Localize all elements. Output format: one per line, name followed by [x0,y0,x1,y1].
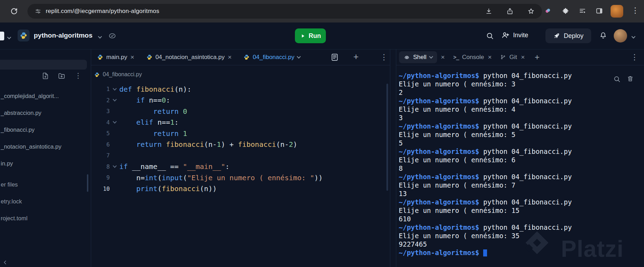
new-tab-icon[interactable]: + [353,51,359,62]
fold-chevron-icon[interactable] [110,122,119,123]
code-text: if n==0: [119,96,170,104]
tab-console[interactable]: >_ Console [453,54,484,61]
invite-button[interactable]: Invite [501,31,528,39]
code-line[interactable]: 4 elif n==1: [91,117,323,128]
dock-tools-icon[interactable] [2,259,8,266]
python-file-icon [97,54,103,60]
run-button[interactable]: Run [295,28,326,43]
file-list-secondary: er filesetry.lockroject.toml [0,176,89,227]
code-line[interactable]: 7 [91,150,323,161]
tab-shell[interactable]: Shell [399,51,437,63]
fold-chevron-icon[interactable] [110,89,119,90]
git-branch-icon [500,54,506,60]
browser-profile-avatar[interactable] [611,5,623,18]
tab-04-fibonacci-py[interactable]: 04_fibonacci.py [238,49,306,65]
sidebar-scrollbar[interactable] [87,174,88,192]
file-item[interactable]: _abstraccion.py [0,104,89,121]
new-folder-icon[interactable] [58,72,65,80]
file-preview-icon[interactable] [330,53,339,62]
chevron-down-icon[interactable] [631,34,635,38]
repl-python-icon[interactable] [18,30,30,41]
repl-status-icon[interactable] [108,32,117,40]
reading-list-icon[interactable] [579,7,586,15]
file-item[interactable]: etry.lock [0,193,89,210]
fold-chevron-icon[interactable] [110,99,119,101]
file-item[interactable]: er files [0,176,89,193]
tab-main-py[interactable]: main.py × [91,49,140,65]
user-avatar[interactable] [614,29,627,43]
terminal-search-icon[interactable] [613,75,621,83]
notifications-bell-icon[interactable] [599,31,607,40]
editor-tabbar-divider [91,65,390,65]
terminal-text: python 04_fibonacci.py [479,148,572,155]
chevron-down-icon[interactable] [297,54,301,58]
close-tab-icon[interactable]: × [488,53,492,61]
code-line[interactable]: 8if __name__ == "__main__": [91,161,323,172]
code-editor[interactable]: 1def fibonacci(n):2 if n==0:3 return 04 … [91,84,323,194]
sidebar-header-bar[interactable] [0,60,87,70]
files-menu-icon[interactable]: ⋮ [75,71,81,79]
terminal-prompt: ~/python-algoritmos$ [399,72,479,79]
close-tab-icon[interactable]: × [228,54,232,60]
editor-menu-icon[interactable]: ⋮ [380,53,388,62]
terminal-menu-icon[interactable]: ⋮ [631,53,638,62]
project-title[interactable]: python-algoritmos [34,32,93,39]
code-line[interactable]: 10 print(fibonacci(n)) [91,183,323,195]
search-icon[interactable] [486,32,494,40]
tab-git[interactable]: Git [500,54,517,61]
file-item[interactable]: _fibonacci.py [0,121,89,138]
bookmark-star-icon[interactable] [527,7,535,15]
extension-colored-icon[interactable] [544,7,552,15]
code-line[interactable]: 6 return fibonacci(n-1) + fibonacci(n-2) [91,139,323,150]
terminal-cursor[interactable] [483,249,487,256]
terminal-line: ~/python-algoritmos$ python 04_fibonacci… [399,172,572,181]
reload-icon[interactable] [10,7,18,15]
editor-scrollbar[interactable] [386,84,388,191]
close-tab-icon[interactable]: × [441,53,445,61]
code-line[interactable]: 9 n=int(input("Elije un numero ( ennésim… [91,172,323,183]
new-file-icon[interactable] [42,72,49,80]
extensions-puzzle-icon[interactable] [562,7,569,15]
terminal-line: Elije un numero ( ennésimo: 35 [399,232,572,240]
new-terminal-tab-icon[interactable]: + [535,52,539,62]
terminal-line: Elije un numero ( ennésimo: 5 [399,130,572,139]
file-item[interactable]: in.py [0,155,89,172]
terminal-prompt: ~/python-algoritmos$ [399,198,479,206]
code-text: elif n==1: [119,118,179,126]
terminal-trash-icon[interactable] [626,75,634,83]
side-panel-icon[interactable] [595,7,603,15]
download-icon[interactable] [485,7,493,15]
share-icon[interactable] [506,7,514,15]
terminal-line: ~/python-algoritmos$ python 04_fibonacci… [399,122,572,130]
close-tab-icon[interactable]: × [131,54,134,60]
terminal-tab-bar: Shell × >_ Console × Git × + [399,49,539,65]
terminal-line: 9227465 [399,240,572,248]
terminal-line: 2 [399,88,572,97]
file-item[interactable]: roject.toml [0,210,89,227]
close-tab-icon[interactable]: × [521,53,525,61]
terminal-left-divider[interactable] [396,49,396,267]
python-file-icon [244,54,250,60]
code-line[interactable]: 2 if n==0: [91,95,323,106]
code-line[interactable]: 3 return 0 [91,106,323,117]
code-line[interactable]: 5 return 1 [91,128,323,139]
terminal-text: Elije un numero ( ennésimo: 7 [399,181,516,189]
run-label: Run [309,32,321,40]
browser-menu-icon[interactable]: ⋮ [631,6,638,15]
site-settings-icon[interactable] [34,8,42,15]
terminal-text: python 04_fibonacci.py [479,72,572,79]
terminal-line: 13 [399,189,572,198]
chevron-down-icon[interactable] [7,35,11,39]
code-line[interactable]: 1def fibonacci(n): [91,84,323,95]
url-bar[interactable]: replit.com/@iecgerman/python-algoritmos [27,4,542,19]
line-number: 1 [91,86,110,92]
file-item[interactable]: _complejidad_algorit... [0,87,89,104]
tab-04-notacion-asintotica-py[interactable]: 04_notacion_asintotica.py × [140,49,238,65]
chevron-down-icon[interactable] [98,34,102,38]
editor-right-divider[interactable] [390,49,390,267]
chevron-down-icon[interactable] [429,54,433,58]
file-item[interactable]: _notacion_asintotica.py [0,138,89,155]
deploy-button[interactable]: Deploy [545,28,591,43]
terminal-output[interactable]: ~/python-algoritmos$ python 04_fibonacci… [399,71,572,257]
fold-chevron-icon[interactable] [110,166,119,167]
